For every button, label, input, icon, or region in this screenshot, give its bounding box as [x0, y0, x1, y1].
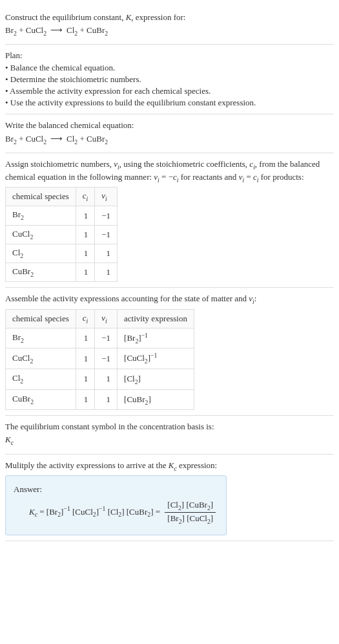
product-cubr2: CuBr2 [87, 25, 108, 35]
kc-symbol: Kc [5, 434, 334, 447]
cell-species: Br2 [6, 206, 76, 225]
reaction-arrow-icon: ⟶ [46, 25, 67, 35]
cell-vi: 1 [95, 389, 118, 410]
col-species: chemical species [6, 188, 76, 206]
reactant-cucl2: CuCl2 [26, 134, 46, 144]
table-row: CuBr2 1 1 [CuBr2] [6, 389, 194, 410]
cell-species: CuBr2 [6, 389, 76, 410]
cell-activity: [CuCl2]−1 [118, 349, 194, 369]
cell-species: CuBr2 [6, 263, 76, 282]
col-vi: νi [95, 188, 118, 206]
activity-section: Assemble the activity expressions accoun… [5, 288, 334, 416]
symbol-text: The equilibrium constant symbol in the c… [5, 421, 334, 433]
balanced-equation: Br2 + CuCl2⟶Cl2 + CuBr2 [5, 133, 334, 146]
cell-vi: 1 [95, 244, 118, 263]
plan-title: Plan: [5, 50, 334, 61]
cell-activity: [Br2]−1 [118, 328, 194, 349]
cell-ci: 1 [76, 263, 95, 282]
table-row: Br2 1 −1 [Br2]−1 [6, 328, 194, 349]
table-row: Cl2 1 1 [6, 244, 118, 263]
plan-section: Plan: Balance the chemical equation. Det… [5, 45, 334, 114]
prompt-section: Construct the equilibrium constant, K, e… [5, 5, 334, 45]
cell-activity: [CuBr2] [118, 389, 194, 410]
product-cl2: Cl2 [67, 134, 77, 144]
plan-item: Use the activity expressions to build th… [5, 97, 334, 109]
table-header-row: chemical species ci νi [6, 188, 118, 206]
reactant-br2: Br2 [5, 25, 17, 35]
symbol-section: The equilibrium constant symbol in the c… [5, 416, 334, 454]
table-row: Cl2 1 1 [Cl2] [6, 369, 194, 390]
col-ci: ci [76, 309, 95, 328]
stoich-section: Assign stoichiometric numbers, νi, using… [5, 153, 334, 288]
answer-label: Answer: [14, 484, 218, 495]
stoich-table: chemical species ci νi Br2 1 −1 CuCl2 1 … [5, 187, 118, 282]
cell-ci: 1 [76, 389, 95, 410]
col-species: chemical species [6, 309, 76, 328]
table-row: CuCl2 1 −1 [6, 225, 118, 244]
col-ci: ci [76, 188, 95, 206]
activity-table: chemical species ci νi activity expressi… [5, 309, 194, 410]
activity-title: Assemble the activity expressions accoun… [5, 293, 334, 306]
answer-equation: Kc = [Br2]−1 [CuCl2]−1 [Cl2] [CuBr2] = [… [14, 499, 218, 526]
balanced-section: Write the balanced chemical equation: Br… [5, 114, 334, 153]
prompt-text: Construct the equilibrium constant, K, e… [5, 12, 334, 23]
product-cubr2: CuBr2 [87, 134, 108, 144]
reactant-br2: Br2 [5, 134, 17, 144]
multiply-section: Mulitply the activity expressions to arr… [5, 455, 334, 542]
table-row: CuCl2 1 −1 [CuCl2]−1 [6, 349, 194, 369]
prompt-post: , expression for: [131, 12, 185, 22]
fraction: [Cl2] [CuBr2][Br2] [CuCl2] [165, 499, 216, 526]
denominator: [Br2] [CuCl2] [165, 513, 216, 526]
reaction-arrow-icon: ⟶ [46, 134, 67, 144]
reactant-cucl2: CuCl2 [26, 25, 46, 35]
cell-vi: 1 [95, 369, 118, 390]
col-vi: νi [95, 309, 118, 328]
prompt-pre: Construct the equilibrium constant, [5, 12, 126, 22]
cell-vi: 1 [95, 263, 118, 282]
cell-ci: 1 [76, 349, 95, 369]
cell-vi: −1 [95, 206, 118, 225]
cell-species: Cl2 [6, 244, 76, 263]
multiply-text: Mulitply the activity expressions to arr… [5, 460, 334, 473]
unbalanced-equation: Br2 + CuCl2⟶Cl2 + CuBr2 [5, 25, 334, 38]
cell-ci: 1 [76, 225, 95, 244]
numerator: [Cl2] [CuBr2] [165, 499, 216, 513]
cell-ci: 1 [76, 244, 95, 263]
plan-list: Balance the chemical equation. Determine… [5, 62, 334, 109]
table-row: CuBr2 1 1 [6, 263, 118, 282]
cell-vi: −1 [95, 349, 118, 369]
plan-item: Determine the stoichiometric numbers. [5, 74, 334, 85]
plan-item: Balance the chemical equation. [5, 62, 334, 74]
stoich-text: Assign stoichiometric numbers, νi, using… [5, 158, 334, 184]
plan-item: Assemble the activity expression for eac… [5, 85, 334, 97]
cell-species: Br2 [6, 328, 76, 349]
cell-ci: 1 [76, 206, 95, 225]
table-row: Br2 1 −1 [6, 206, 118, 225]
cell-species: Cl2 [6, 369, 76, 390]
cell-ci: 1 [76, 328, 95, 349]
cell-vi: −1 [95, 328, 118, 349]
cell-activity: [Cl2] [118, 369, 194, 390]
table-header-row: chemical species ci νi activity expressi… [6, 309, 194, 328]
product-cl2: Cl2 [67, 25, 77, 35]
cell-species: CuCl2 [6, 349, 76, 369]
cell-species: CuCl2 [6, 225, 76, 244]
cell-vi: −1 [95, 225, 118, 244]
col-activity: activity expression [118, 309, 194, 328]
balanced-title: Write the balanced chemical equation: [5, 120, 334, 131]
answer-box: Answer: Kc = [Br2]−1 [CuCl2]−1 [Cl2] [Cu… [5, 475, 227, 536]
cell-ci: 1 [76, 369, 95, 390]
